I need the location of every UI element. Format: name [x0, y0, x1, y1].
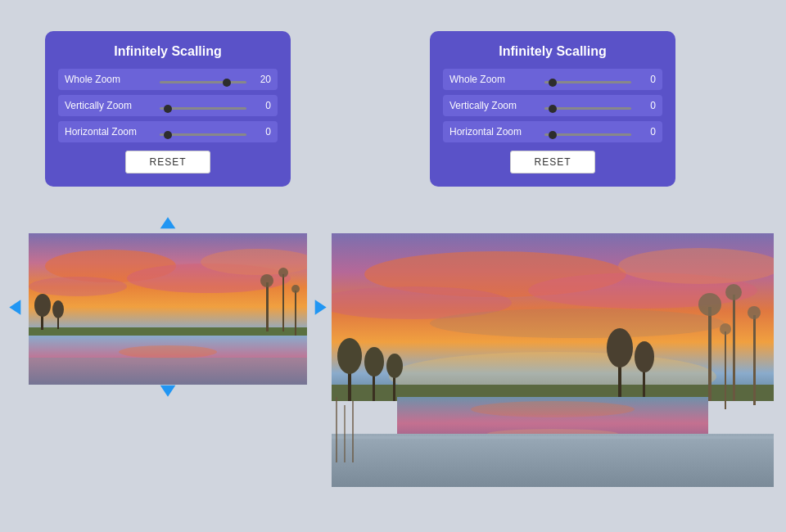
svg-rect-9: [29, 358, 307, 385]
horiz-zoom-label-left: Horizontal Zoom: [65, 126, 155, 138]
sunset-image-left: [29, 233, 307, 385]
svg-rect-58: [352, 401, 354, 462]
vert-zoom-label-right: Vertically Zoom: [449, 100, 540, 111]
svg-rect-16: [282, 274, 284, 331]
svg-marker-20: [160, 217, 176, 228]
svg-rect-48: [708, 307, 711, 401]
whole-zoom-label-right: Whole Zoom: [449, 74, 540, 85]
whole-zoom-row-right: Whole Zoom 0: [443, 69, 662, 90]
whole-zoom-slider-right[interactable]: [544, 72, 631, 87]
horiz-zoom-label-right: Horizontal Zoom: [449, 126, 540, 138]
svg-rect-46: [332, 434, 774, 487]
horiz-zoom-value-right: 0: [636, 126, 656, 138]
panel-right-title: Infinitely Scalling: [443, 44, 662, 59]
whole-zoom-value-right: 0: [636, 74, 656, 85]
whole-zoom-value-left: 20: [251, 74, 271, 85]
svg-marker-23: [315, 300, 327, 315]
panel-left: Infinitely Scalling Whole Zoom 20 Vertic…: [45, 31, 291, 187]
svg-point-55: [720, 323, 731, 335]
svg-point-33: [337, 338, 362, 374]
vert-zoom-row-left: Vertically Zoom 0: [58, 95, 278, 116]
svg-point-37: [386, 354, 403, 378]
svg-point-35: [364, 347, 384, 376]
whole-zoom-slider-left[interactable]: [160, 72, 246, 87]
vert-zoom-row-right: Vertically Zoom 0: [443, 95, 662, 116]
panel-right: Infinitely Scalling Whole Zoom 0 Vertica…: [430, 31, 675, 187]
svg-point-29: [430, 309, 725, 338]
svg-point-39: [607, 328, 633, 367]
svg-point-44: [446, 415, 659, 428]
whole-zoom-label-left: Whole Zoom: [65, 74, 155, 85]
vert-zoom-slider-left[interactable]: [160, 98, 246, 113]
horiz-zoom-value-left: 0: [251, 126, 271, 138]
horiz-zoom-slider-left[interactable]: [160, 124, 246, 139]
vert-zoom-value-right: 0: [636, 100, 656, 111]
svg-rect-50: [733, 295, 735, 401]
horiz-zoom-row-right: Horizontal Zoom 0: [443, 121, 662, 142]
svg-point-3: [29, 277, 127, 296]
svg-marker-21: [160, 385, 176, 397]
svg-rect-56: [336, 397, 337, 462]
svg-rect-57: [344, 405, 346, 462]
svg-rect-54: [725, 331, 726, 409]
sunset-image-right: [332, 233, 774, 487]
arrow-left-icon: [7, 295, 30, 322]
horiz-zoom-row-left: Horizontal Zoom 0: [58, 121, 278, 142]
svg-point-19: [291, 285, 300, 293]
svg-rect-14: [266, 282, 269, 331]
panel-left-title: Infinitely Scalling: [58, 44, 278, 59]
svg-point-51: [725, 284, 742, 300]
svg-rect-52: [753, 315, 756, 405]
svg-point-53: [748, 306, 761, 319]
svg-point-17: [278, 268, 288, 277]
image-container-right: [332, 233, 774, 487]
svg-point-13: [52, 300, 64, 318]
reset-button-right[interactable]: RESET: [510, 151, 594, 174]
svg-marker-22: [9, 300, 20, 315]
whole-zoom-row-left: Whole Zoom 20: [58, 69, 278, 90]
reset-button-left[interactable]: RESET: [125, 151, 210, 174]
svg-rect-47: [332, 436, 774, 439]
horiz-zoom-slider-right[interactable]: [544, 124, 631, 139]
vert-zoom-label-left: Vertically Zoom: [65, 100, 155, 111]
svg-point-15: [260, 274, 273, 287]
vert-zoom-value-left: 0: [251, 100, 271, 111]
svg-point-41: [635, 341, 654, 372]
image-container-left: [29, 233, 307, 385]
arrow-right-icon: [305, 295, 328, 322]
svg-rect-18: [295, 291, 296, 336]
svg-point-11: [34, 294, 51, 317]
vert-zoom-slider-right[interactable]: [544, 98, 631, 113]
svg-point-49: [698, 293, 721, 316]
